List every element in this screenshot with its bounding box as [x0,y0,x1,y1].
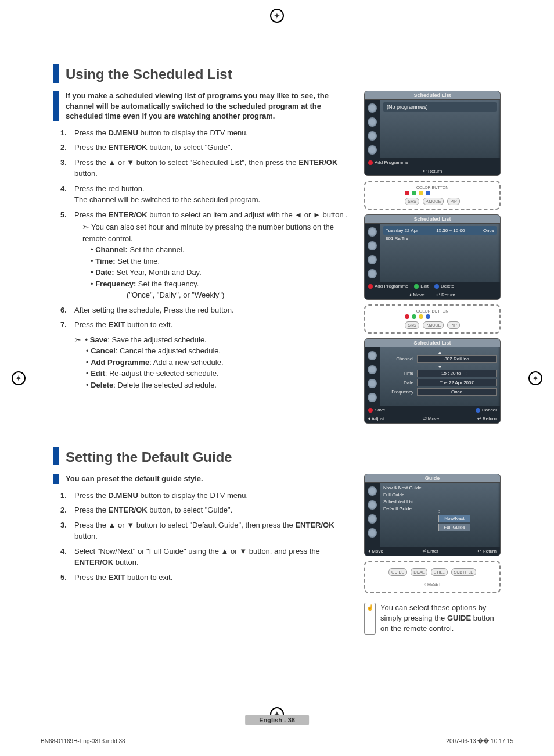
title-accent-bar [53,64,59,83]
section2-text: You can preset the default guide style. … [53,474,356,635]
panel1-footer: Add Programme [365,158,500,167]
panel3-footer1: Save Cancel [365,406,500,414]
remote-strip-2: COLOR BUTTON SRS P.MODE PIP [364,304,501,334]
reset-label: RESET [427,582,441,586]
section1-text: If you make a scheduled viewing list of … [53,91,356,424]
red-dot-icon [368,160,373,165]
section1-title-wrap: Using the Scheduled List [53,64,501,83]
default-guide-full[interactable]: Full Guide [438,524,470,531]
step5-b4-extra: ("Once", "Daily", or "Weekly") [127,289,356,301]
srs-button[interactable]: SRS [405,198,419,205]
remote-strip-3: GUIDE DUAL STILL SUBTITLE ○ RESET [364,561,501,593]
section1-row: If you make a scheduled viewing list of … [53,91,501,424]
section2-tip: ☝ You can select these options by simply… [364,603,501,635]
register-mark-left [12,371,26,385]
panel3-footer2: ♦ Adjust⏎ Move↩ Return [365,414,500,423]
nav-icon [368,145,377,155]
panel2-footer1: Add Programme Edit Delete [365,282,500,291]
default-guide-now-next[interactable]: Now/Next [438,515,470,522]
section1-tail: ➣ • Save: Save the adjusted schedule. • … [53,334,356,391]
guide-item[interactable]: Now & Next Guide [383,485,438,490]
lead-accent-bar [53,91,59,121]
page-number-badge: English - 38 [245,715,309,725]
section2-figures: Guide Now & Next Guide Full Guide Schedu… [364,474,501,635]
step5-b2: • Time: Set the time. [91,256,356,267]
panel1-title: Scheduled List [365,91,500,100]
step5-b3: • Date: Set Year, Month and Day. [91,267,356,278]
title-accent-bar [53,447,59,465]
section1-figures: Scheduled List (No programmes) Add Progr… [364,91,501,424]
side-icons [365,100,380,158]
section2-lead: You can preset the default guide style. [53,474,356,484]
section2-row: You can preset the default guide style. … [53,474,501,635]
hand-icon: ☝ [364,603,376,635]
nav-icon [368,117,377,127]
frequency-field[interactable]: Once [417,388,497,396]
scheduled-item-row: Tuesday 22 Apr15:30 ~ 16:00Once [383,226,497,235]
panel4-footer: ♦ Move⏎ Enter↩ Return [365,547,500,556]
step5: 5. Press the ENTER/OK button to select a… [60,209,356,301]
scheduled-list-panel-item: Scheduled List Tuesday 22 Apr15:30 ~ 16:… [364,214,501,300]
section1-title: Using the Scheduled List [66,64,232,83]
panel2-title: Scheduled List [365,215,500,224]
time-field[interactable]: 15 : 20 to -- : -- [417,370,497,377]
step6: 6.After setting the schedule, Press the … [60,304,356,316]
guide-item[interactable]: Full Guide [383,492,438,497]
step1: 1.Press the D.MENU button to display the… [60,127,356,139]
subtitle-button[interactable]: SUBTITLE [451,568,476,576]
nav-icon [368,103,377,113]
remote-strip-1: COLOR BUTTON SRS P.MODE PIP [364,181,501,210]
step4: 4.Press the red button.The channel will … [60,183,356,206]
section1-lead-text: If you make a scheduled viewing list of … [66,91,356,121]
date-field[interactable]: Tue 22 Apr 2007 [417,379,497,386]
panel1-footer2: ↩ Return [365,167,500,175]
no-programmes-row: (No programmes) [383,102,497,112]
pmode-button[interactable]: P.MODE [423,198,444,205]
panel1-body: (No programmes) [380,100,500,158]
dual-button[interactable]: DUAL [411,568,427,576]
step5-subnote: ➣You can also set hour and minute by pre… [82,221,356,244]
channel-field[interactable]: 802 RaiUno [417,355,497,363]
section1-steps: 1.Press the D.MENU button to display the… [53,127,356,331]
page-content: Using the Scheduled List If you make a s… [53,64,501,635]
nav-icon [368,131,377,141]
guide-item[interactable]: Default Guide [383,506,438,511]
section2-steps: 1.Press the D.MENU button to display the… [53,490,356,583]
panel2-footer2: ♦ Move↩ Return [365,291,500,299]
panel4-title: Guide [365,474,500,483]
meta-filename: BN68-01169H-Eng-0313.indd 38 [41,738,125,744]
step5-b4: • Frequency: Set the frequency. [91,278,356,290]
meta-timestamp: 2007-03-13 �� 10:17:15 [446,738,513,744]
guide-panel: Guide Now & Next Guide Full Guide Schedu… [364,474,501,556]
section2-title: Setting the Default Guide [66,447,232,465]
step7: 7.Press the EXIT button to exit. [60,319,356,331]
step2: 2.Press the ENTER/OK button, to select "… [60,142,356,153]
scheduled-list-panel-empty: Scheduled List (No programmes) Add Progr… [364,91,501,176]
guide-button[interactable]: GUIDE [388,568,407,576]
register-mark-right [528,371,542,385]
still-button[interactable]: STILL [431,568,448,576]
register-mark-top [270,9,284,23]
pip-button[interactable]: PIP [447,198,459,205]
section2-title-wrap: Setting the Default Guide [53,447,501,465]
panel3-title: Scheduled List [365,339,500,347]
guide-item[interactable]: Scheduled List [383,499,438,504]
section1-lead: If you make a scheduled viewing list of … [53,91,356,121]
scheduled-list-panel-edit: Scheduled List ▲ Channel802 RaiUno ▼ Tim… [364,338,501,424]
step3: 3.Press the ▲ or ▼ button to select "Sch… [60,157,356,180]
step5-b1: • Channel: Set the channel. [91,244,356,256]
